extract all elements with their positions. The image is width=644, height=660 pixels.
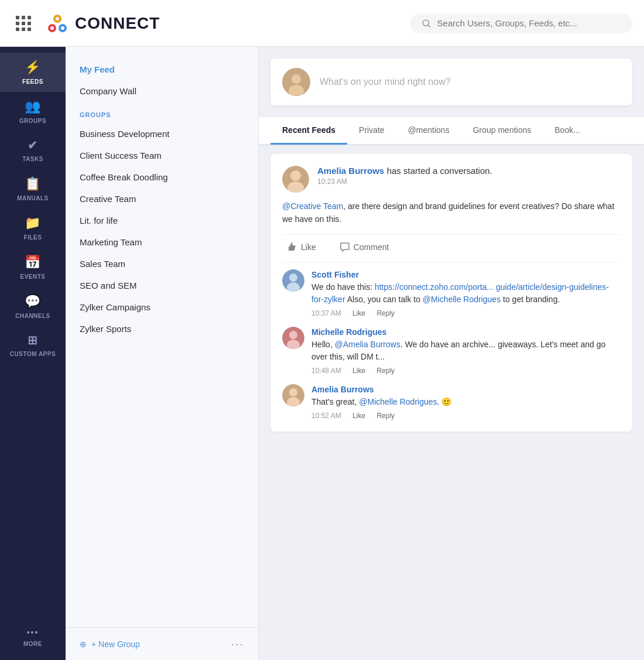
comment-label: Comment [354, 242, 389, 252]
svg-point-3 [56, 17, 59, 20]
logo-icon [44, 11, 70, 36]
files-icon: 📁 [25, 216, 41, 231]
new-group-button[interactable]: ⊕ + New Group [80, 640, 140, 649]
reply-scott-time: 10:37 AM [311, 309, 341, 317]
reply-amelia-2-like[interactable]: Like [352, 412, 365, 420]
sidebar-item-events[interactable]: 📅 EVENTS [0, 248, 66, 287]
tab-bookmarks[interactable]: Book... [543, 117, 592, 145]
sidebar-group-sales[interactable]: Sales Team [66, 253, 258, 275]
dot-1: . [346, 309, 348, 317]
grid-icon [16, 16, 31, 31]
content-top: What's on your mind right now? [259, 47, 644, 117]
reply-amelia-emoji: . 🙂 [437, 397, 452, 406]
svg-point-15 [289, 273, 297, 282]
reply-scott-like[interactable]: Like [352, 309, 365, 317]
manuals-icon: 📋 [25, 176, 41, 191]
reply-scott-text-3: to get branding. [501, 295, 560, 304]
sidebar-footer: ⊕ + New Group ··· [66, 627, 258, 660]
thumbs-up-icon [287, 242, 297, 252]
sidebar-item-groups[interactable]: 👥 GROUPS [0, 92, 66, 131]
reply-scott-text-2: Also, you can talk to [345, 295, 423, 304]
tab-mentions[interactable]: @mentions [396, 117, 461, 145]
feed-content: Amelia Burrows has started a conversatio… [259, 145, 644, 448]
post-actions: Like Comment [282, 234, 621, 255]
tab-group-mentions[interactable]: Group mentions [461, 117, 543, 145]
composer-placeholder[interactable]: What's on your mind right now? [320, 77, 451, 87]
composer-avatar-face [282, 68, 310, 96]
sidebar-group-sports[interactable]: Zylker Sports [66, 318, 258, 340]
reply-amelia-2-author: Amelia Burrows [311, 385, 374, 394]
app-title: CONNECT [75, 14, 160, 33]
post-card: Amelia Burrows has started a conversatio… [270, 154, 632, 432]
sidebar-item-tasks[interactable]: ✔ TASKS [0, 131, 66, 169]
search-input[interactable] [437, 18, 621, 28]
sidebar-group-biz-dev[interactable]: Business Development [66, 123, 258, 145]
tab-private[interactable]: Private [347, 117, 396, 145]
search-icon [422, 18, 431, 29]
reply-amelia-text-1: That's great, [311, 397, 359, 406]
reply-scott-text: We do have this: https://connect.zoho.co… [311, 281, 621, 306]
reply-amelia-2-text: That's great, @Michelle Rodrigues. 🙂 [311, 396, 621, 408]
tasks-icon: ✔ [28, 138, 38, 152]
svg-point-12 [290, 170, 301, 181]
sidebar-item-feeds[interactable]: ⚡ FEEDS [0, 53, 66, 92]
reply-amelia-2: Amelia Burrows That's great, @Michelle R… [282, 384, 621, 420]
post-composer: What's on your mind right now? [270, 59, 632, 105]
channels-icon: 💬 [25, 294, 41, 309]
custom-apps-icon: ⊞ [28, 333, 38, 347]
dot-2: . [370, 309, 372, 317]
reply-michelle-like[interactable]: Like [352, 367, 365, 375]
reply-michelle-avatar [282, 327, 304, 349]
post-mention-creative: @Creative Team [282, 201, 343, 211]
tab-recent-feeds[interactable]: Recent Feeds [270, 117, 347, 145]
reply-scott: Scott Fisher We do have this: https://co… [282, 269, 621, 317]
sidebar-group-marketing[interactable]: Marketing Team [66, 231, 258, 253]
sidebar-company-wall[interactable]: Company Wall [66, 80, 258, 102]
reply-michelle-author: Michelle Rodrigues [311, 327, 386, 337]
reply-scott-reply[interactable]: Reply [376, 309, 395, 317]
svg-point-6 [423, 20, 429, 26]
top-header: CONNECT [0, 0, 644, 47]
hamburger-menu[interactable] [12, 12, 35, 35]
sidebar-group-campaigns[interactable]: Zylker Campaigns [66, 296, 258, 318]
svg-line-7 [429, 25, 430, 27]
sidebar-group-creative[interactable]: Creative Team [66, 188, 258, 210]
post-author-name: Amelia Burrows [317, 166, 384, 176]
sidebar-group-lit[interactable]: Lit. for life [66, 210, 258, 231]
sidebar-my-feed[interactable]: My Feed [66, 59, 258, 80]
reply-michelle: Michelle Rodrigues Hello, @Amelia Burrow… [282, 327, 621, 375]
sidebar-content: My Feed Company Wall GROUPS Business Dev… [66, 47, 258, 627]
reply-scott-mention: @Michelle Rodrigues [423, 295, 501, 304]
sidebar-item-manuals[interactable]: 📋 MANUALS [0, 169, 66, 208]
left-nav: ⚡ FEEDS 👥 GROUPS ✔ TASKS 📋 MANUALS 📁 FIL… [0, 47, 66, 660]
svg-point-18 [289, 331, 297, 339]
reply-michelle-time: 10:48 AM [311, 367, 341, 375]
main-layout: ⚡ FEEDS 👥 GROUPS ✔ TASKS 📋 MANUALS 📁 FIL… [0, 47, 644, 660]
post-time: 10:23 AM [317, 177, 621, 186]
post-action-text: has started a conversation. [387, 166, 492, 176]
reply-michelle-reply[interactable]: Reply [376, 367, 395, 375]
sidebar-group-seo[interactable]: SEO and SEM [66, 275, 258, 296]
sidebar-group-client-success[interactable]: Client Success Team [66, 145, 258, 166]
reply-amelia-2-meta: 10:52 AM . Like . Reply [311, 412, 621, 420]
comment-button[interactable]: Comment [335, 240, 394, 255]
sidebar-item-channels[interactable]: 💬 CHANNELS [0, 287, 66, 326]
reply-michelle-meta: 10:48 AM . Like . Reply [311, 367, 621, 375]
sidebar-item-custom-apps[interactable]: ⊞ CUSTOM APPS [0, 326, 66, 364]
sidebar-item-more[interactable]: ••• MORE [0, 621, 66, 654]
more-options-button[interactable]: ··· [231, 637, 244, 651]
svg-point-4 [50, 26, 54, 30]
plus-circle-icon: ⊕ [80, 640, 87, 649]
like-label: Like [301, 242, 316, 252]
reply-amelia-2-reply[interactable]: Reply [376, 412, 395, 420]
sidebar-group-coffee[interactable]: Coffee Break Doodling [66, 166, 258, 188]
replies-section: Scott Fisher We do have this: https://co… [282, 262, 621, 420]
sidebar-item-files[interactable]: 📁 FILES [0, 208, 66, 248]
reply-michelle-text-1: Hello, [311, 340, 335, 349]
logo-area: CONNECT [44, 11, 160, 36]
svg-point-5 [61, 26, 64, 30]
like-button[interactable]: Like [282, 240, 321, 255]
feeds-icon: ⚡ [25, 60, 41, 75]
reply-amelia-2-time: 10:52 AM [311, 412, 341, 420]
search-area[interactable] [410, 13, 632, 33]
